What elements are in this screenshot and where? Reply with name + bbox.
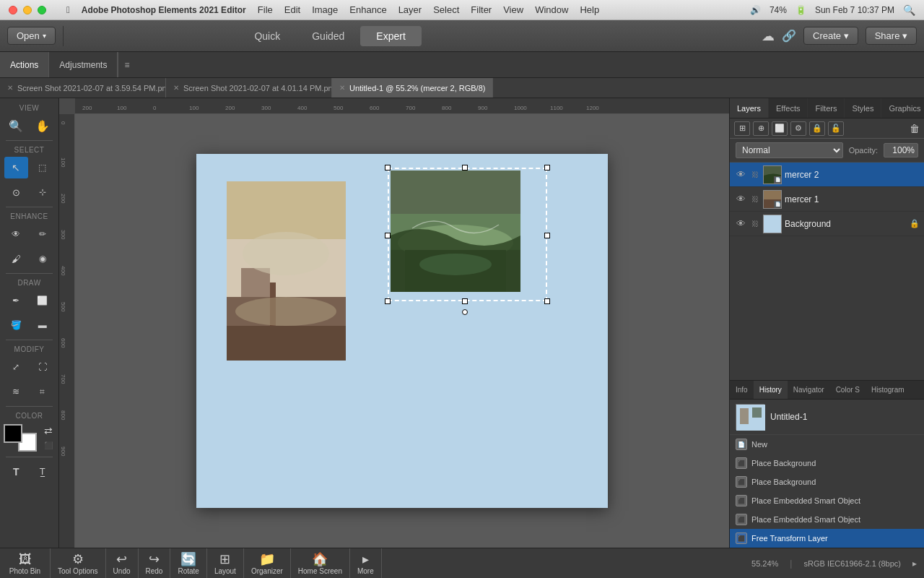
menu-file[interactable]: File (258, 4, 273, 15)
handle-br[interactable] (544, 298, 550, 304)
eraser-tool[interactable]: ⬜ (31, 290, 55, 311)
layer-item-mercer1[interactable]: 👁 ⛓ 📄 mercer 1 (730, 187, 924, 212)
layout-button[interactable]: ⊞ Layout (207, 548, 244, 578)
cloud-icon[interactable]: ☁ (762, 28, 775, 44)
canvas-content[interactable] (75, 114, 729, 548)
close-button[interactable] (9, 6, 17, 14)
menu-image[interactable]: Image (312, 4, 338, 15)
close-tab-3[interactable]: ✕ (339, 84, 345, 92)
lasso-tool[interactable]: ⊙ (4, 181, 28, 203)
tool-options-button[interactable]: ⚙ Tool Options (51, 548, 106, 578)
menu-select[interactable]: Select (433, 4, 459, 15)
tab-expert[interactable]: Expert (360, 26, 421, 46)
layer-item-background[interactable]: 👁 ⛓ Background 🔒 (730, 212, 924, 236)
tab-filters[interactable]: Filters (808, 98, 845, 118)
create-shape-button[interactable]: ⚙ (790, 121, 806, 136)
close-tab-2[interactable]: ✕ (173, 84, 179, 92)
marquee-tool[interactable]: ⬚ (31, 157, 55, 178)
organizer-button[interactable]: 📁 Organizer (244, 548, 291, 578)
tab-color-s[interactable]: Color S (830, 381, 866, 399)
text-tool[interactable]: T (4, 461, 28, 483)
history-item-new[interactable]: 📄 New (730, 435, 924, 454)
actions-panel-button[interactable]: Actions (0, 52, 49, 77)
blend-mode-select[interactable]: Normal Multiply Screen Overlay (736, 142, 843, 158)
tab-effects[interactable]: Effects (769, 98, 808, 118)
history-item-smartobj2[interactable]: ⬛ Place Embedded Smart Object (730, 510, 924, 529)
tab-history[interactable]: History (754, 381, 788, 399)
create-button[interactable]: Create ▾ (803, 27, 858, 45)
opacity-input[interactable] (884, 143, 918, 158)
handle-bm[interactable] (462, 298, 468, 304)
tab-guided[interactable]: Guided (296, 26, 360, 46)
type-mask-tool[interactable]: T̲ (31, 461, 55, 483)
paint-bucket-tool[interactable]: 🪣 (4, 314, 28, 336)
menu-window[interactable]: Window (535, 4, 568, 15)
menu-enhance[interactable]: Enhance (349, 4, 386, 15)
crop-tool[interactable]: ⌗ (31, 381, 55, 402)
handle-ml[interactable] (385, 233, 391, 238)
expand-icon[interactable]: ▸ (912, 558, 917, 569)
layer-visibility-bg[interactable]: 👁 (734, 217, 747, 230)
tab-graphics[interactable]: Graphics (881, 98, 924, 118)
handle-bl[interactable] (385, 298, 391, 304)
tab-info[interactable]: Info (730, 381, 754, 399)
link-layers-button[interactable]: 🔒 (809, 121, 825, 136)
open-button[interactable]: Open (7, 27, 56, 45)
tab-styles[interactable]: Styles (845, 98, 881, 118)
handle-mr[interactable] (544, 233, 550, 238)
blur-tool[interactable]: ◉ (31, 248, 55, 269)
red-eye-tool[interactable]: 👁 (4, 223, 28, 245)
minimize-button[interactable] (23, 6, 32, 14)
share-button[interactable]: Share ▾ (866, 27, 917, 45)
maximize-button[interactable] (38, 6, 46, 14)
tab-navigator[interactable]: Navigator (788, 381, 830, 399)
search-icon[interactable]: 🔍 (903, 4, 915, 16)
apple-menu[interactable]:  (66, 4, 70, 15)
handle-tl[interactable] (385, 165, 391, 171)
layer-visibility-mercer2[interactable]: 👁 (734, 168, 747, 181)
foreground-color-swatch[interactable] (4, 424, 22, 443)
photo-bin-button[interactable]: 🖼 Photo Bin (0, 548, 51, 578)
adjustments-panel-button[interactable]: Adjustments (49, 52, 118, 77)
zoom-tool[interactable]: 🔍 (4, 115, 28, 137)
redo-button[interactable]: ↪ Redo (139, 548, 171, 578)
liquify-tool[interactable]: ≋ (4, 381, 28, 402)
move-tool[interactable]: ↖ (4, 157, 28, 178)
quick-select-tool[interactable]: ⊹ (31, 181, 55, 203)
undo-button[interactable]: ↩ Undo (106, 548, 139, 578)
handle-tm[interactable] (462, 165, 468, 171)
layer-item-mercer2[interactable]: 👁 ⛓ 📄 mercer 2 (730, 163, 924, 187)
menu-filter[interactable]: Filter (471, 4, 492, 15)
create-adjustment-button[interactable]: ⊕ (753, 121, 769, 136)
menu-layer[interactable]: Layer (398, 4, 422, 15)
home-screen-button[interactable]: 🏠 Home Screen (291, 548, 350, 578)
handle-tr[interactable] (544, 165, 550, 171)
delete-layer-button[interactable]: 🗑 (910, 123, 920, 134)
history-item-smartobj1[interactable]: ⬛ Place Embedded Smart Object (730, 491, 924, 510)
swap-colors-button[interactable]: ⇄ (41, 425, 56, 436)
doc-tab-2[interactable]: ✕ Screen Shot 2021-02-07 at 4.01.14 PM.p… (166, 78, 332, 98)
tab-quick[interactable]: Quick (238, 26, 296, 46)
rotate-button[interactable]: 🔄 Rotate (170, 548, 206, 578)
tab-histogram[interactable]: Histogram (866, 381, 910, 399)
history-item-placebg2[interactable]: ⬛ Place Background (730, 473, 924, 491)
shape-tool[interactable]: ▬ (31, 314, 55, 336)
menu-view[interactable]: View (503, 4, 523, 15)
history-item-placebg1[interactable]: ⬛ Place Background (730, 454, 924, 473)
doc-tab-1[interactable]: ✕ Screen Shot 2021-02-07 at 3.59.54 PM.p… (0, 78, 166, 98)
create-group-button[interactable]: ⊞ (734, 121, 750, 136)
lock-layer-button[interactable]: 🔓 (828, 121, 844, 136)
spot-healing-tool[interactable]: ✏ (31, 223, 55, 245)
more-button[interactable]: ▸ More (350, 548, 382, 578)
rotate-handle[interactable] (462, 309, 468, 315)
menu-edit[interactable]: Edit (284, 4, 300, 15)
create-mask-button[interactable]: ⬜ (772, 121, 788, 136)
transform-tool[interactable]: ⤢ (4, 356, 28, 378)
doc-tab-3[interactable]: ✕ Untitled-1 @ 55.2% (mercer 2, RGB/8) (332, 78, 493, 98)
hand-tool[interactable]: ✋ (31, 115, 55, 137)
menu-help[interactable]: Help (580, 4, 599, 15)
link-icon[interactable]: 🔗 (782, 29, 796, 43)
recompose-tool[interactable]: ⛶ (31, 356, 55, 378)
reset-colors-button[interactable]: ⬛ (41, 439, 56, 451)
history-item-freetransform[interactable]: ⬛ Free Transform Layer (730, 529, 924, 548)
